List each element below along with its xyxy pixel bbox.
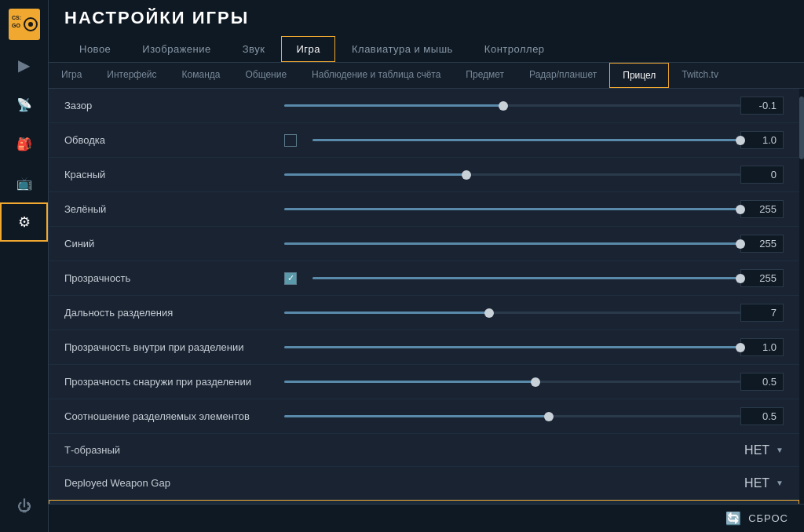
checkbox-alpha[interactable] [284,272,297,285]
reset-button[interactable]: 🔄 СБРОС [725,511,788,526]
label-inner-alpha: Прозрачность внутри при разделении [64,341,284,353]
slider-gap[interactable] [284,98,740,114]
main-area: НАСТРОЙКИ ИГРЫ Новое Изображение Звук Иг… [49,0,804,532]
label-split-ratio: Соотношение разделяемых элементов [64,410,284,422]
sidebar-power[interactable]: ⏻ [0,486,48,526]
sidebar-item-inventory[interactable]: 🎒 [0,124,48,163]
slider-outline[interactable] [312,133,740,148]
sub-tab-interface[interactable]: Интерфейс [94,63,169,88]
sub-tabs: Игра Интерфейс Команда Общение Наблюдени… [49,63,804,89]
setting-alpha: Прозрачность 255 [49,261,799,296]
label-weapon-gap: Deployed Weapon Gap [64,477,284,489]
page-title: НАСТРОЙКИ ИГРЫ [64,8,788,28]
value-blue: 255 [740,235,784,253]
control-outline [284,133,740,148]
control-gap [284,98,740,114]
label-gap: Зазор [64,100,284,111]
slider-green[interactable] [284,202,740,217]
sub-tab-chat[interactable]: Общение [232,63,299,88]
slider-alpha[interactable] [312,271,740,286]
control-outer-alpha [284,374,740,390]
tab-controller[interactable]: Контроллер [470,36,560,62]
value-outline: 1.0 [740,131,784,149]
label-blue: Синий [64,238,284,250]
settings-icon: ⚙ [18,213,31,231]
value-split-dist: 7 [740,304,784,322]
checkbox-outline[interactable] [284,134,297,147]
sub-tab-item[interactable]: Предмет [453,63,517,88]
reset-label: СБРОС [748,512,788,524]
slider-inner-alpha[interactable] [284,340,740,355]
svg-point-4 [28,22,33,27]
svg-text:GO: GO [12,23,20,28]
sub-tab-radar[interactable]: Радар/планшет [517,63,609,88]
control-inner-alpha [284,340,740,355]
control-t-shape: НЕТ ▼ [284,443,784,457]
setting-green: Зелёный 255 [49,192,799,227]
tab-sound[interactable]: Звук [228,36,280,62]
scrollbar[interactable] [799,89,804,504]
label-red: Красный [64,169,284,180]
inventory-icon: 🎒 [16,137,32,151]
svg-text:CS:: CS: [12,15,21,20]
setting-show-crosshairs: Show Player Crosshairs EVERYONE ▼ Нет Fr… [49,500,799,504]
sidebar-item-radio[interactable]: 📡 [0,85,48,124]
sidebar-item-play[interactable]: ▶ [0,46,48,85]
value-split-ratio: 0.5 [740,407,784,425]
radio-icon: 📡 [16,97,32,112]
scrollbar-thumb[interactable] [799,97,804,159]
control-weapon-gap: НЕТ ▼ [284,476,784,490]
sub-tab-observation[interactable]: Наблюдение и таблица счёта [299,63,453,88]
setting-weapon-gap: Deployed Weapon Gap НЕТ ▼ [49,467,799,500]
header: НАСТРОЙКИ ИГРЫ Новое Изображение Звук Иг… [49,0,804,63]
reset-icon: 🔄 [725,511,742,526]
value-green: 255 [740,200,784,218]
tab-game[interactable]: Игра [281,36,335,62]
label-green: Зелёный [64,203,284,215]
tab-image[interactable]: Изображение [127,36,225,62]
sidebar: CS: GO ▶ 📡 🎒 📺 ⚙ ⏻ [0,0,49,532]
label-outer-alpha: Прозрачность снаружи при разделении [64,376,284,388]
tv-icon: 📺 [16,176,32,191]
sub-tab-game[interactable]: Игра [49,63,94,88]
sub-tab-team[interactable]: Команда [170,63,233,88]
setting-inner-alpha: Прозрачность внутри при разделении 1.0 [49,330,799,365]
label-outline: Обводка [64,134,284,146]
setting-split-dist: Дальность разделения 7 [49,296,799,330]
slider-split-dist[interactable] [284,305,740,321]
sidebar-item-tv[interactable]: 📺 [0,163,48,202]
value-t-shape: НЕТ [744,443,769,457]
value-inner-alpha: 1.0 [740,338,784,356]
nav-tabs: Новое Изображение Звук Игра Клавиатура и… [64,36,788,62]
control-alpha [284,271,740,286]
value-weapon-gap: НЕТ [744,476,769,490]
tab-keyboard[interactable]: Клавиатура и мышь [337,36,468,62]
sidebar-item-settings[interactable]: ⚙ [0,202,48,242]
dropdown-t-shape[interactable]: НЕТ ▼ [284,443,784,457]
slider-blue[interactable] [284,236,740,252]
setting-red: Красный 0 [49,158,799,192]
setting-gap: Зазор -0.1 [49,89,799,123]
footer: 🔄 СБРОС [49,504,804,532]
tab-new[interactable]: Новое [64,36,126,62]
chevron-down-icon: ▼ [776,446,784,454]
app-logo: CS: GO [6,6,42,42]
control-green [284,202,740,217]
setting-t-shape: Т-образный НЕТ ▼ [49,434,799,467]
label-alpha: Прозрачность [64,272,284,284]
chevron-down-icon: ▼ [776,479,784,487]
setting-outline: Обводка 1.0 [49,123,799,158]
value-alpha: 255 [740,269,784,287]
slider-red[interactable] [284,167,740,183]
slider-outer-alpha[interactable] [284,374,740,390]
value-outer-alpha: 0.5 [740,373,784,391]
slider-split-ratio[interactable] [284,409,740,425]
control-split-ratio [284,409,740,425]
sub-tab-twitch[interactable]: Twitch.tv [669,63,731,88]
control-blue [284,236,740,252]
value-gap: -0.1 [740,97,784,115]
dropdown-weapon-gap[interactable]: НЕТ ▼ [284,476,784,490]
sub-tab-crosshair[interactable]: Прицел [609,63,669,88]
setting-split-ratio: Соотношение разделяемых элементов 0.5 [49,399,799,434]
value-red: 0 [740,166,784,184]
